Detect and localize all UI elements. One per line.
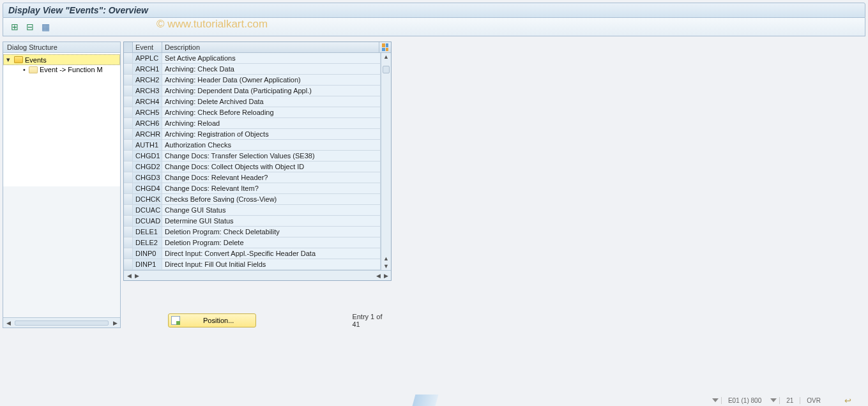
status-dropdown-icon[interactable] xyxy=(770,398,777,402)
select-all-header[interactable] xyxy=(124,42,133,52)
cell-event: DINP0 xyxy=(133,248,162,259)
row-selector[interactable] xyxy=(124,53,133,63)
cell-description: Archiving: Registration of Objects xyxy=(162,129,381,139)
application-toolbar: ⊞ ⊟ ▦ © www.tutorialkart.com xyxy=(3,18,865,36)
table-row[interactable]: DINP1Direct Input: Fill Out Initial Fiel… xyxy=(124,259,381,270)
leaf-bullet-icon: • xyxy=(21,66,27,73)
table-row[interactable]: AUTH1Authorization Checks xyxy=(124,140,381,151)
position-label: Position... xyxy=(184,317,253,324)
row-selector[interactable] xyxy=(124,107,133,117)
row-selector[interactable] xyxy=(124,216,133,226)
scroll-track[interactable] xyxy=(381,61,391,255)
scroll-right-icon[interactable]: ▶ xyxy=(111,319,119,327)
row-selector[interactable] xyxy=(124,227,133,237)
scroll-up-icon[interactable]: ▲ xyxy=(381,53,391,61)
table-row[interactable]: ARCH4Archiving: Delete Archived Data xyxy=(124,96,381,107)
status-back-icon[interactable]: ↩ xyxy=(841,396,855,405)
vertical-scrollbar[interactable]: ▲ ▲ ▼ xyxy=(381,53,391,270)
table-row[interactable]: ARCH5Archiving: Check Before Reloading xyxy=(124,107,381,118)
cell-description: Change GUI Status xyxy=(162,205,381,215)
configure-columns-button[interactable] xyxy=(379,42,391,52)
row-selector[interactable] xyxy=(124,172,133,183)
tree-node-events[interactable]: ▾ Events xyxy=(3,54,120,65)
table-row[interactable]: DELE1Deletion Program: Check Deletabilit… xyxy=(124,227,381,237)
events-grid: Event Description APPLCSet Active Applic… xyxy=(123,41,392,281)
table-row[interactable]: CHGD1Change Docs: Transfer Selection Val… xyxy=(124,151,381,162)
scroll-right-icon[interactable]: ▶ xyxy=(133,272,141,280)
row-selector[interactable] xyxy=(124,96,133,107)
expand-toggle-icon[interactable]: ▾ xyxy=(6,56,13,64)
cell-description: Change Docs: Collect Objects with Object… xyxy=(162,162,381,172)
watermark: © www.tutorialkart.com xyxy=(156,18,268,31)
cell-description: Archiving: Delete Archived Data xyxy=(162,96,381,107)
print-button[interactable]: ▦ xyxy=(39,20,52,33)
row-selector[interactable] xyxy=(124,194,133,204)
cell-event: ARCH1 xyxy=(133,64,162,74)
column-header-description[interactable]: Description xyxy=(162,42,379,52)
scroll-left-icon[interactable]: ◀ xyxy=(4,319,12,327)
tree-node-event-function[interactable]: • Event -> Function M xyxy=(3,65,120,74)
table-row[interactable]: CHGD4Change Docs: Relevant Item? xyxy=(124,183,381,194)
expand-all-button[interactable]: ⊞ xyxy=(8,20,21,33)
tree-horizontal-scrollbar[interactable]: ◀ ▶ xyxy=(3,317,120,327)
cell-event: ARCH5 xyxy=(133,107,162,117)
table-row[interactable]: DCUACChange GUI Status xyxy=(124,205,381,216)
page-title: Display View "Events": Overview xyxy=(8,5,148,15)
cell-description: Archiving: Reload xyxy=(162,118,381,128)
cell-description: Determine GUI Status xyxy=(162,216,381,226)
row-selector[interactable] xyxy=(124,259,133,269)
row-selector[interactable] xyxy=(124,151,133,161)
table-row[interactable]: DINP0Direct Input: Convert Appl.-Specifi… xyxy=(124,248,381,259)
scroll-right-icon[interactable]: ▶ xyxy=(382,272,390,280)
cell-description: Archiving: Header Data (Owner Applicatio… xyxy=(162,75,381,85)
cell-event: ARCH6 xyxy=(133,118,162,128)
expand-icon: ⊞ xyxy=(11,22,19,32)
scroll-left-icon[interactable]: ◀ xyxy=(374,272,382,280)
row-selector[interactable] xyxy=(124,205,133,215)
row-selector[interactable] xyxy=(124,162,133,172)
row-selector[interactable] xyxy=(124,183,133,193)
collapse-all-button[interactable]: ⊟ xyxy=(24,20,36,33)
cell-description: Change Docs: Relevant Header? xyxy=(162,172,381,183)
cell-event: CHGD3 xyxy=(133,172,162,183)
scroll-down-icon[interactable]: ▼ xyxy=(381,262,391,270)
scroll-up-small-icon[interactable]: ▲ xyxy=(381,255,391,262)
row-selector[interactable] xyxy=(124,248,133,259)
table-row[interactable]: ARCH2Archiving: Header Data (Owner Appli… xyxy=(124,75,381,86)
table-row[interactable]: DCUADDetermine GUI Status xyxy=(124,216,381,227)
cell-event: CHGD2 xyxy=(133,162,162,172)
table-row[interactable]: CHGD2Change Docs: Collect Objects with O… xyxy=(124,162,381,172)
cell-description: Deletion Program: Check Deletability xyxy=(162,227,381,237)
row-selector[interactable] xyxy=(124,237,133,248)
row-selector[interactable] xyxy=(124,75,133,85)
grid-horizontal-scrollbar[interactable]: ◀ ▶ ◀ ▶ xyxy=(124,270,391,280)
cell-event: APPLC xyxy=(133,53,162,63)
position-button[interactable]: Position... xyxy=(168,313,256,327)
entry-counter: Entry 1 of 41 xyxy=(352,313,392,328)
column-header-event[interactable]: Event xyxy=(133,42,162,52)
cell-description: Change Docs: Transfer Selection Values (… xyxy=(162,151,381,161)
table-row[interactable]: ARCH6Archiving: Reload xyxy=(124,118,381,129)
table-row[interactable]: ARCH3Archiving: Dependent Data (Particip… xyxy=(124,86,381,96)
table-row[interactable]: APPLCSet Active Applications xyxy=(124,53,381,64)
status-bar: E01 (1) 800 21 OVR ↩ xyxy=(710,395,868,406)
cell-event: DINP1 xyxy=(133,259,162,269)
row-selector[interactable] xyxy=(124,129,133,139)
scroll-thumb[interactable] xyxy=(15,320,109,326)
cell-description: Change Docs: Relevant Item? xyxy=(162,183,381,193)
table-row[interactable]: ARCHRArchiving: Registration of Objects xyxy=(124,129,381,140)
table-row[interactable]: ARCH1Archiving: Check Data xyxy=(124,64,381,75)
row-selector[interactable] xyxy=(124,118,133,128)
table-row[interactable]: DELE2Deletion Program: Delete xyxy=(124,237,381,248)
status-column: 21 xyxy=(779,397,800,404)
row-selector[interactable] xyxy=(124,64,133,74)
table-row[interactable]: CHGD3Change Docs: Relevant Header? xyxy=(124,172,381,183)
row-selector[interactable] xyxy=(124,140,133,150)
row-selector[interactable] xyxy=(124,86,133,96)
table-row[interactable]: DCHCKChecks Before Saving (Cross-View) xyxy=(124,194,381,205)
cell-description: Direct Input: Fill Out Initial Fields xyxy=(162,259,381,269)
status-system: E01 (1) 800 xyxy=(721,397,768,404)
scroll-left-icon[interactable]: ◀ xyxy=(125,272,133,280)
status-triangle-icon[interactable] xyxy=(712,398,719,402)
scroll-thumb[interactable] xyxy=(383,66,390,73)
